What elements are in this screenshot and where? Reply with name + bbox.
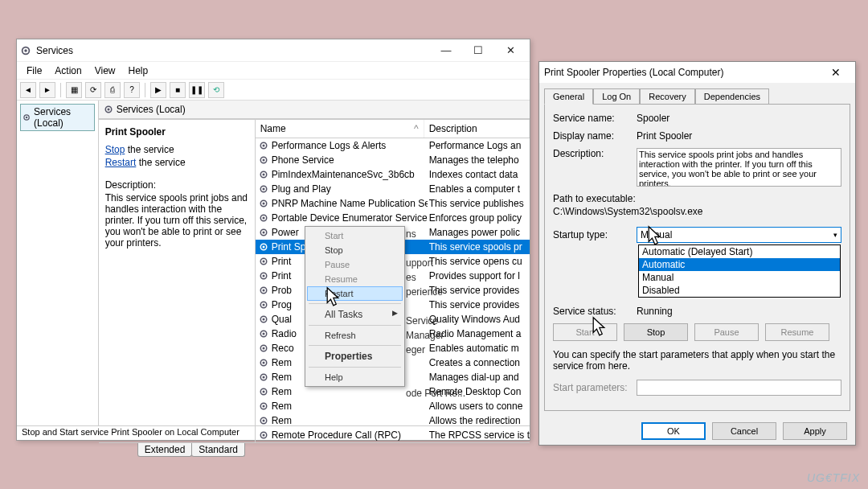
col-name-header[interactable]: Name^	[256, 120, 424, 138]
menu-action[interactable]: Action	[50, 64, 86, 78]
stop-link[interactable]: Stop	[105, 144, 125, 155]
service-row[interactable]: PimIndexMaintenanceSvc_3b6cbIndexes cont…	[256, 167, 530, 182]
ctx-refresh[interactable]: Refresh	[307, 328, 403, 343]
ctx-resume: Resume	[307, 272, 403, 286]
svg-point-17	[262, 217, 264, 220]
service-row[interactable]: Portable Device Enumerator ServiceEnforc…	[256, 211, 530, 225]
close-button[interactable]: ✕	[494, 40, 526, 61]
start-params-label: Start parameters:	[553, 382, 632, 393]
service-name-label: Service name:	[553, 113, 632, 124]
gear-icon	[259, 430, 268, 440]
properties-dialog: Print Spooler Properties (Local Computer…	[538, 61, 856, 446]
maximize-button[interactable]: ☐	[462, 40, 494, 61]
gear-icon	[259, 213, 268, 223]
gear-icon	[259, 170, 268, 179]
description-label: Description:	[105, 179, 248, 191]
svg-point-13	[262, 188, 264, 191]
option-manual[interactable]: Manual	[639, 271, 840, 284]
forward-button[interactable]: ►	[39, 82, 55, 98]
restart-link[interactable]: Restart	[105, 157, 137, 168]
tree-root-label: Services (Local)	[34, 106, 92, 129]
service-row[interactable]: Phone ServiceManages the telepho	[256, 153, 530, 167]
view-tabs: Extended Standard	[99, 442, 530, 457]
apply-button[interactable]: Apply	[783, 422, 847, 440]
service-row[interactable]: PNRP Machine Name Publication ServiceThi…	[256, 196, 530, 211]
ctx-stop[interactable]: Stop	[307, 243, 403, 257]
path-label: Path to executable:	[553, 193, 841, 204]
service-row[interactable]: RemAllows the redirection	[256, 413, 530, 428]
ctx-restart[interactable]: Restart	[307, 286, 403, 301]
pause-button[interactable]: ❚❚	[189, 82, 205, 98]
tab-standard[interactable]: Standard	[191, 443, 245, 457]
menu-view[interactable]: View	[90, 64, 121, 78]
startup-dropdown: Automatic (Delayed Start) Automatic Manu…	[638, 244, 841, 298]
refresh-button[interactable]: ⟳	[85, 82, 101, 98]
svg-point-29	[262, 304, 264, 306]
dialog-close-button[interactable]: ✕	[821, 66, 850, 79]
selected-service-title: Print Spooler	[105, 126, 248, 138]
service-desc: Allows users to conne	[428, 401, 530, 412]
svg-point-39	[262, 376, 264, 379]
gear-icon	[259, 228, 268, 237]
col-desc-header[interactable]: Description	[424, 120, 530, 138]
service-row[interactable]: Plug and PlayEnables a computer t	[256, 182, 530, 196]
stop-button[interactable]: Stop	[624, 323, 688, 341]
start-params-input[interactable]	[637, 380, 841, 396]
back-button[interactable]: ◄	[20, 82, 36, 98]
export-button[interactable]: ⎙	[104, 82, 121, 98]
watermark: UG€TFIX	[807, 471, 860, 484]
gear-icon	[104, 105, 113, 114]
minimize-button[interactable]: —	[430, 40, 462, 61]
description-text: This service spools print jobs and handl…	[105, 192, 248, 249]
service-desc: Manages the telepho	[428, 154, 530, 166]
menu-file[interactable]: File	[22, 64, 47, 78]
menu-help[interactable]: Help	[124, 64, 154, 78]
option-automatic[interactable]: Automatic	[639, 258, 840, 271]
description-box[interactable]: This service spools print jobs and handl…	[637, 148, 841, 187]
service-desc: Enforces group policy	[428, 212, 530, 224]
content-header: Services (Local)	[99, 101, 530, 119]
service-row[interactable]: RemAllows users to conne	[256, 399, 530, 413]
tab-general[interactable]: General	[544, 88, 593, 105]
tab-logon[interactable]: Log On	[593, 88, 640, 105]
service-status-label: Service status:	[553, 306, 632, 317]
ctx-properties[interactable]: Properties	[307, 348, 403, 364]
stop-button[interactable]: ■	[170, 82, 186, 98]
show-hide-button[interactable]: ▦	[66, 82, 82, 98]
svg-point-19	[262, 232, 264, 234]
play-button[interactable]: ▶	[150, 82, 166, 98]
service-row[interactable]: Remote Procedure Call (RPC)The RPCSS ser…	[256, 428, 530, 442]
tab-recovery[interactable]: Recovery	[640, 88, 694, 105]
service-name: Phone Service	[272, 154, 428, 166]
service-status-value: Running	[637, 306, 841, 317]
start-button: Start	[553, 323, 617, 341]
help-button[interactable]: ?	[124, 82, 140, 98]
gear-icon	[259, 257, 268, 266]
svg-point-1	[24, 49, 27, 52]
option-disabled[interactable]: Disabled	[639, 284, 840, 297]
ctx-all-tasks[interactable]: All Tasks▶	[307, 306, 403, 323]
tab-dependencies[interactable]: Dependencies	[695, 88, 769, 105]
svg-point-9	[262, 159, 264, 162]
service-desc: Enables a computer t	[428, 183, 530, 195]
ok-button[interactable]: OK	[641, 422, 706, 440]
tab-extended[interactable]: Extended	[137, 443, 193, 457]
pause-button: Pause	[694, 323, 759, 341]
ctx-help[interactable]: Help	[307, 370, 403, 384]
content-header-label: Services (Local)	[117, 104, 186, 115]
gear-icon	[259, 372, 268, 382]
service-row[interactable]: Performance Logs & AlertsPerformance Log…	[256, 138, 530, 153]
startup-type-combo[interactable]: Manual ▾	[637, 227, 841, 243]
service-name: Plug and Play	[272, 183, 428, 195]
gear-icon	[259, 141, 268, 150]
tree-pane: Services (Local)	[17, 101, 99, 425]
option-delayed[interactable]: Automatic (Delayed Start)	[639, 245, 840, 258]
cancel-button[interactable]: Cancel	[712, 422, 776, 440]
svg-point-45	[262, 420, 264, 422]
svg-point-25	[262, 275, 264, 277]
restart-button[interactable]: ⟲	[208, 82, 224, 98]
service-name: Rem	[272, 386, 428, 397]
service-desc: Performance Logs an	[428, 140, 530, 151]
svg-point-33	[262, 333, 264, 335]
tree-services-local[interactable]: Services (Local)	[20, 104, 95, 131]
